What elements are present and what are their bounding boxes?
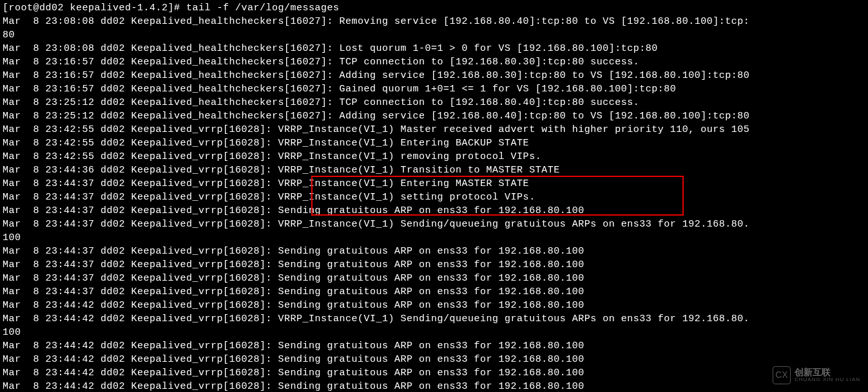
- log-line: Mar 8 23:08:08 dd02 Keepalived_healthche…: [3, 15, 865, 28]
- log-line: Mar 8 23:44:37 dd02 Keepalived_vrrp[1602…: [3, 285, 865, 299]
- log-line: Mar 8 23:44:42 dd02 Keepalived_vrrp[1602…: [3, 366, 865, 380]
- command-prompt: [root@dd02 keepalived-1.4.2]# tail -f /v…: [3, 1, 865, 15]
- log-line: Mar 8 23:44:37 dd02 Keepalived_vrrp[1602…: [3, 218, 865, 231]
- log-line: Mar 8 23:44:37 dd02 Keepalived_vrrp[1602…: [3, 191, 865, 204]
- watermark-text: 创新互联 CHUANG XIN HU LIAN: [795, 368, 860, 383]
- log-line: Mar 8 23:44:37 dd02 Keepalived_vrrp[1602…: [3, 258, 865, 272]
- watermark-sub: CHUANG XIN HU LIAN: [795, 377, 860, 383]
- watermark: CX 创新互联 CHUANG XIN HU LIAN: [773, 366, 860, 384]
- log-line: Mar 8 23:42:55 dd02 Keepalived_vrrp[1602…: [3, 136, 865, 150]
- log-line: Mar 8 23:25:12 dd02 Keepalived_healthche…: [3, 96, 865, 109]
- log-line: 100: [3, 326, 865, 339]
- log-line: Mar 8 23:44:37 dd02 Keepalived_vrrp[1602…: [3, 177, 865, 191]
- log-line: Mar 8 23:44:37 dd02 Keepalived_vrrp[1602…: [3, 272, 865, 285]
- log-line: Mar 8 23:16:57 dd02 Keepalived_healthche…: [3, 69, 865, 82]
- log-line: Mar 8 23:44:37 dd02 Keepalived_vrrp[1602…: [3, 245, 865, 258]
- log-line: Mar 8 23:42:55 dd02 Keepalived_vrrp[1602…: [3, 150, 865, 163]
- watermark-main: 创新互联: [795, 368, 860, 377]
- watermark-icon: CX: [773, 366, 791, 384]
- log-line: Mar 8 23:44:42 dd02 Keepalived_vrrp[1602…: [3, 339, 865, 353]
- log-line: Mar 8 23:08:08 dd02 Keepalived_healthche…: [3, 42, 865, 55]
- log-line: Mar 8 23:42:55 dd02 Keepalived_vrrp[1602…: [3, 123, 865, 136]
- log-line: 100: [3, 231, 865, 245]
- log-line: Mar 8 23:44:42 dd02 Keepalived_vrrp[1602…: [3, 380, 865, 392]
- log-line: Mar 8 23:44:42 dd02 Keepalived_vrrp[1602…: [3, 353, 865, 366]
- log-line: Mar 8 23:44:42 dd02 Keepalived_vrrp[1602…: [3, 312, 865, 326]
- log-line: Mar 8 23:25:12 dd02 Keepalived_healthche…: [3, 109, 865, 123]
- log-line: Mar 8 23:44:37 dd02 Keepalived_vrrp[1602…: [3, 204, 865, 218]
- log-line: Mar 8 23:16:57 dd02 Keepalived_healthche…: [3, 82, 865, 96]
- log-line: Mar 8 23:44:42 dd02 Keepalived_vrrp[1602…: [3, 299, 865, 312]
- log-line: Mar 8 23:16:57 dd02 Keepalived_healthche…: [3, 55, 865, 69]
- terminal-output[interactable]: [root@dd02 keepalived-1.4.2]# tail -f /v…: [0, 0, 868, 392]
- log-line: 80: [3, 28, 865, 42]
- log-line: Mar 8 23:44:36 dd02 Keepalived_vrrp[1602…: [3, 163, 865, 177]
